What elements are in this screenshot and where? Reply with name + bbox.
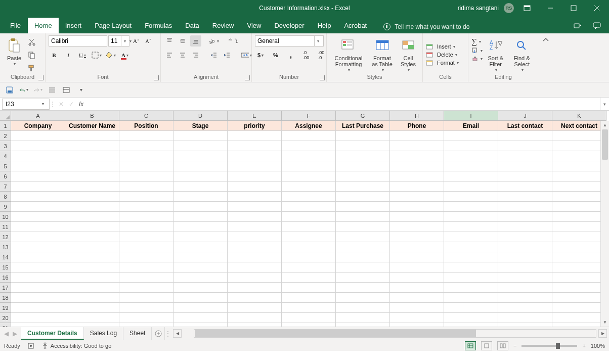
cell[interactable] [65, 242, 119, 252]
number-format-combo[interactable]: ▾ [255, 35, 324, 47]
cell[interactable] [65, 272, 119, 283]
enter-formula-icon[interactable]: ✓ [69, 101, 74, 108]
cell[interactable] [173, 242, 228, 252]
cell[interactable] [173, 151, 228, 161]
sheet-tab-1[interactable]: Sales Log [84, 327, 123, 340]
cell[interactable] [498, 192, 552, 202]
comma-format-icon[interactable]: , [285, 50, 296, 61]
cell[interactable] [390, 262, 444, 272]
cell[interactable] [336, 212, 390, 222]
cell[interactable] [498, 212, 552, 222]
cell[interactable] [444, 252, 498, 262]
row-header[interactable]: 20 [0, 313, 11, 323]
cell[interactable] [444, 161, 498, 171]
cell[interactable] [11, 222, 65, 232]
cell[interactable] [228, 202, 282, 212]
cell[interactable] [65, 141, 119, 151]
cell[interactable] [228, 283, 282, 293]
cell[interactable] [390, 313, 444, 323]
cell[interactable] [173, 131, 228, 141]
cell[interactable] [390, 303, 444, 313]
cell[interactable] [498, 141, 552, 151]
cell[interactable] [444, 232, 498, 242]
cell[interactable] [173, 171, 228, 181]
accounting-format-icon[interactable]: $▾ [255, 50, 266, 61]
cell[interactable]: Stage [173, 121, 228, 131]
underline-icon[interactable]: U▾ [77, 50, 88, 61]
ribbon-options-icon[interactable] [517, 0, 537, 16]
cell[interactable] [498, 323, 552, 327]
cell[interactable] [336, 323, 390, 327]
cell[interactable] [282, 252, 336, 262]
cell[interactable] [282, 181, 336, 192]
cell[interactable] [282, 313, 336, 323]
cell[interactable] [444, 202, 498, 212]
cell[interactable] [11, 232, 65, 242]
cell[interactable] [498, 131, 552, 141]
zoom-slider[interactable] [521, 345, 577, 347]
cell[interactable] [552, 141, 606, 151]
cell[interactable] [282, 303, 336, 313]
cell[interactable] [552, 232, 606, 242]
formula-input[interactable] [89, 99, 600, 109]
cell-styles-button[interactable]: Cell Styles▾ [397, 35, 419, 73]
cell[interactable]: Company [11, 121, 65, 131]
cell[interactable] [282, 161, 336, 171]
cell[interactable] [282, 283, 336, 293]
cell[interactable] [173, 181, 228, 192]
cell[interactable] [173, 202, 228, 212]
sheet-tab-active[interactable]: Customer Details [21, 327, 84, 340]
cell[interactable] [65, 293, 119, 303]
cell[interactable] [498, 293, 552, 303]
cell[interactable] [552, 171, 606, 181]
cell[interactable] [173, 293, 228, 303]
format-as-table-button[interactable]: Format as Table▾ [368, 35, 396, 73]
cell[interactable] [119, 202, 173, 212]
user-avatar[interactable]: RS [504, 3, 514, 13]
cell[interactable] [228, 293, 282, 303]
cell[interactable] [444, 151, 498, 161]
cell[interactable] [390, 283, 444, 293]
cell[interactable] [552, 202, 606, 212]
cell[interactable] [228, 222, 282, 232]
insert-cells-button[interactable]: Insert▾ [426, 43, 455, 50]
cell[interactable] [552, 161, 606, 171]
row-header[interactable]: 7 [0, 181, 11, 192]
cell[interactable] [336, 293, 390, 303]
tab-data[interactable]: Data [179, 18, 205, 33]
cell[interactable] [173, 141, 228, 151]
view-page-break-icon[interactable] [497, 341, 508, 350]
column-header[interactable]: H [390, 111, 444, 121]
cell[interactable] [11, 161, 65, 171]
cell[interactable] [228, 262, 282, 272]
clear-icon[interactable]: ▾ [471, 55, 483, 62]
cell[interactable] [119, 212, 173, 222]
cell[interactable] [119, 242, 173, 252]
cell[interactable] [282, 151, 336, 161]
cell[interactable] [65, 181, 119, 192]
cell[interactable] [336, 313, 390, 323]
cell[interactable] [119, 252, 173, 262]
cell[interactable] [228, 272, 282, 283]
sort-filter-button[interactable]: AZSort & Filter▾ [484, 35, 508, 73]
macro-recorder-icon[interactable] [27, 342, 34, 349]
cell[interactable]: Assignee [282, 121, 336, 131]
tab-help[interactable]: Help [311, 18, 338, 33]
comment-icon[interactable] [593, 22, 601, 29]
cell[interactable] [444, 323, 498, 327]
align-middle-icon[interactable] [177, 35, 188, 47]
column-header[interactable]: D [173, 111, 228, 121]
cell[interactable] [552, 252, 606, 262]
cell[interactable] [65, 171, 119, 181]
cell[interactable] [11, 202, 65, 212]
cell[interactable] [282, 272, 336, 283]
cell[interactable] [390, 272, 444, 283]
find-select-button[interactable]: Find & Select▾ [509, 35, 536, 73]
cell[interactable] [444, 222, 498, 232]
cell[interactable] [119, 181, 173, 192]
borders-icon[interactable]: ▾ [91, 50, 102, 61]
decrease-font-size-icon[interactable]: A˅ [143, 35, 154, 47]
cell[interactable] [552, 313, 606, 323]
cell[interactable] [498, 161, 552, 171]
row-header[interactable]: 6 [0, 171, 11, 181]
